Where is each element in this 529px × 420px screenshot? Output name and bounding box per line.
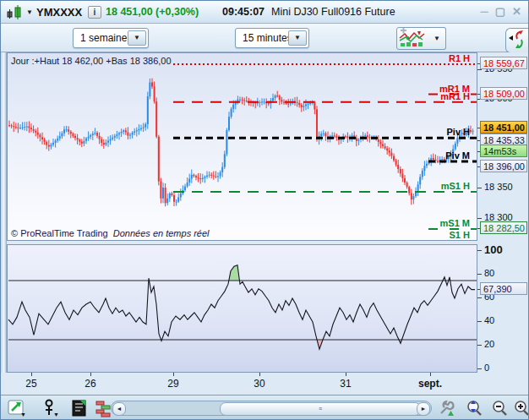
minimize-button[interactable]: ─ (481, 5, 490, 18)
range-caret-icon[interactable]: ▼ (128, 30, 146, 46)
time-axis-label: 29 (167, 378, 178, 390)
cursor-tool-caret-icon[interactable]: ▼ (53, 412, 59, 417)
axis-tick-label: 18 300 (484, 212, 513, 222)
window-buttons: ─▢✕ (476, 5, 523, 18)
time-axis-label: 30 (254, 378, 264, 390)
level-label-ms1-m: mS1 M (440, 218, 470, 228)
level-label-ms1-h: mS1 H (441, 181, 470, 191)
level-label-s1-h: S1 H (450, 230, 470, 240)
level-label-piv-m: Piv M (445, 150, 470, 161)
level-value-box: 18 396,00 (480, 160, 527, 172)
time-axis-label: 31 (340, 378, 351, 390)
chart-style-icon (397, 28, 428, 47)
day-high-low-label: Jour :+Haut 18 462,00 +Bas 18 386,00 (11, 56, 172, 66)
time-axis-label: 25 (25, 378, 36, 390)
collapsed-left-splitter[interactable] (1, 52, 7, 395)
time-axis-label: 26 (85, 378, 95, 390)
info-icon[interactable]: i (88, 6, 101, 19)
refresh-arrows-icon (506, 29, 526, 51)
title-bar: ▼ YMXXXX i 18 451,00 (+0,30%) 09:45:07 M… (1, 1, 529, 24)
last-price-box: 18 451,00 (480, 121, 527, 134)
candlestick-logo-icon (6, 5, 25, 23)
scroll-right-button[interactable]: ► (417, 402, 430, 416)
draw-tools-caret-icon[interactable]: ▼ (20, 412, 26, 417)
range-select[interactable]: 1 semaine ▼ (73, 28, 149, 48)
bottom-toolbar: ▼ ▼ ◄ ≡ ► (1, 395, 529, 420)
zoom-in-button[interactable] (511, 399, 529, 417)
last-quote: 18 451,00 (+0,30%) (106, 6, 199, 18)
settings-wrench-button[interactable] (437, 399, 455, 417)
level-label-mr1-h: mR1 H (440, 91, 470, 101)
price-chart-panel[interactable]: Jour :+Haut 18 462,00 +Bas 18 386,00 © P… (7, 52, 477, 241)
instrument-name: Mini DJ30 Full0916 Future (271, 6, 395, 18)
time-axis-label: sept. (418, 378, 442, 390)
symbol-dropdown-caret-icon[interactable]: ▼ (26, 8, 33, 16)
side-panel-toggle-button[interactable] (505, 28, 528, 53)
time-scrollbar[interactable]: ◄ ≡ ► (111, 401, 432, 416)
axis-tick-label: 0 (484, 363, 489, 373)
level-label-piv-h: Piv H (446, 127, 470, 137)
range-select-value: 1 semaine (80, 32, 127, 44)
copyright-label: © ProRealTime Trading Données en temps r… (11, 228, 210, 238)
draw-tools-button[interactable]: ▼ (8, 399, 26, 417)
chart-style-caret-icon[interactable]: ▼ (428, 27, 446, 50)
oscillator-chart[interactable] (8, 245, 477, 372)
scrollbar-grip-icon: ≡ (319, 406, 322, 412)
level-value-box: 18 509,00 (480, 87, 527, 100)
timeframe-caret-icon[interactable]: ▼ (288, 30, 307, 46)
clock: 09:45:07 (222, 6, 264, 18)
chart-toolbar: 1 semaine ▼ 15 minutes ▼ ▼ (1, 24, 529, 52)
oscillator-panel[interactable] (7, 244, 477, 373)
chart-style-button[interactable] (396, 27, 430, 50)
cursor-tool-button[interactable]: ▼ (41, 399, 60, 417)
axis-tick-label: 80 (484, 268, 494, 278)
zoom-fit-button[interactable] (464, 399, 483, 417)
candlestick-chart[interactable] (8, 53, 477, 240)
bar-countdown-box: 14m53s (480, 145, 527, 157)
notes-button[interactable] (70, 399, 89, 417)
axis-tick-label: 40 (484, 315, 494, 325)
timeframe-select[interactable]: 15 minutes ▼ (235, 28, 309, 48)
market-depth-button[interactable] (94, 399, 112, 417)
scroll-left-button[interactable]: ◄ (112, 402, 126, 416)
level-value-box: 18 559,67 (480, 57, 527, 69)
level-label-r1-h: R1 H (449, 53, 470, 63)
symbol-label: YMXXXX (36, 6, 82, 19)
level-value-box: 18 282,50 (480, 221, 527, 234)
trading-window: ▼ YMXXXX i 18 451,00 (+0,30%) 09:45:07 M… (0, 0, 529, 420)
maximize-button[interactable]: ▢ (495, 5, 507, 18)
timeframe-select-value: 15 minutes (243, 32, 292, 44)
axis-tick-label: 100 (484, 243, 503, 256)
time-axis: 2526293031sept. (1, 373, 529, 395)
price-axis: 18 55018 50018 35018 30018 559,6718 509,… (477, 52, 529, 395)
oscillator-value-box: 67,390 (480, 282, 527, 295)
close-button[interactable]: ✕ (512, 5, 523, 18)
axis-tick-label: 18 350 (484, 182, 513, 192)
zoom-out-button[interactable] (489, 399, 508, 417)
scrollbar-thumb[interactable]: ≡ (220, 402, 421, 416)
axis-tick-label: 20 (484, 339, 494, 349)
